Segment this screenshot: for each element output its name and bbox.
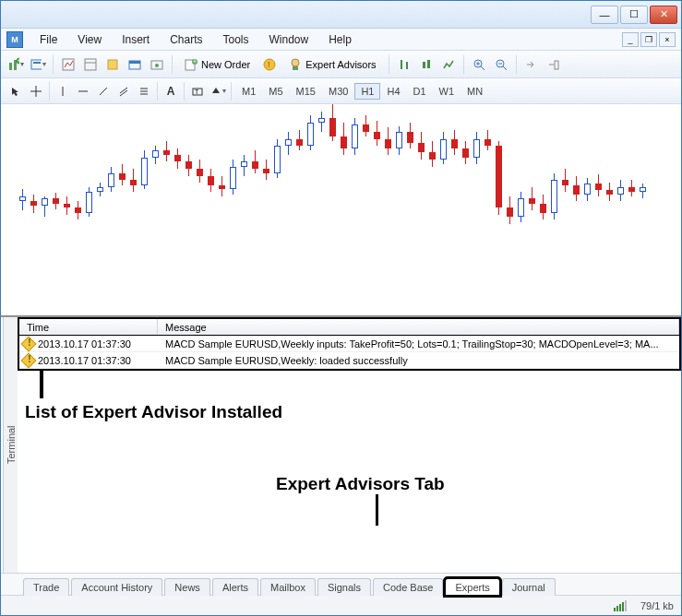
log-time: 2013.10.17 01:37:30 [38, 355, 131, 366]
tab-experts[interactable]: Experts [445, 578, 499, 596]
timeframe-d1[interactable]: D1 [407, 83, 433, 100]
timeframe-mn[interactable]: MN [461, 83, 489, 100]
market-watch-icon[interactable] [59, 55, 78, 74]
maximize-button[interactable]: ☐ [620, 6, 648, 24]
menu-view[interactable]: View [68, 31, 111, 48]
chart-shift-icon[interactable] [544, 55, 563, 74]
svg-rect-5 [33, 62, 41, 64]
menubar: M File View Insert Charts Tools Window H… [1, 29, 681, 51]
tab-alerts[interactable]: Alerts [212, 578, 258, 596]
log-time: 2013.10.17 01:37:30 [38, 338, 131, 349]
mdi-minimize-icon[interactable]: _ [622, 32, 639, 47]
text-label-icon[interactable]: T [188, 82, 207, 101]
warning-icon [21, 336, 37, 351]
app-logo-icon: M [6, 31, 23, 48]
annotation-tab-label: Expert Advisors Tab [276, 474, 445, 494]
annotation-connector [40, 371, 43, 398]
timeframe-h4[interactable]: H4 [380, 83, 406, 100]
menu-tools[interactable]: Tools [214, 31, 258, 48]
svg-rect-6 [63, 59, 74, 70]
mdi-restore-icon[interactable]: ❐ [640, 32, 657, 47]
menu-file[interactable]: File [30, 31, 66, 48]
tab-signals[interactable]: Signals [317, 578, 371, 596]
svg-rect-1 [14, 60, 17, 70]
mdi-close-icon[interactable]: × [659, 32, 676, 47]
new-order-icon: + [185, 58, 197, 71]
cursor-icon[interactable] [6, 82, 25, 101]
navigator-icon[interactable] [103, 55, 122, 74]
tab-code-base[interactable]: Code Base [373, 578, 443, 596]
timeframe-m30[interactable]: M30 [322, 83, 354, 100]
expert-advisors-label: Expert Advisors [305, 59, 376, 70]
auto-scroll-icon[interactable] [522, 55, 541, 74]
terminal-label: Terminal [3, 317, 18, 573]
svg-rect-32 [555, 61, 558, 69]
expert-advisors-button[interactable]: Expert Advisors [282, 55, 382, 74]
grid-body: 2013.10.17 01:37:30MACD Sample EURUSD,We… [18, 336, 681, 371]
toolbar-drawing: A T ▾ M1M5M15M30H1H4D1W1MN [1, 78, 681, 104]
toolbar-main: +▾ ▾ + New Order ! Expert Advisors [1, 51, 681, 78]
terminal-tabs: TradeAccount HistoryNewsAlertsMailboxSig… [1, 573, 681, 595]
annotation-tab-connector [376, 494, 378, 526]
log-row[interactable]: 2013.10.17 01:37:30MACD Sample EURUSD,We… [19, 352, 679, 369]
tab-mailbox[interactable]: Mailbox [260, 578, 316, 596]
metaquotes-icon[interactable]: ! [260, 55, 279, 74]
tab-trade[interactable]: Trade [23, 578, 69, 596]
tab-news[interactable]: News [164, 578, 210, 596]
profiles-icon[interactable]: ▾ [29, 55, 47, 74]
new-order-button[interactable]: + New Order [178, 55, 257, 74]
column-message[interactable]: Message [158, 319, 679, 335]
candle-chart-icon[interactable] [417, 55, 436, 74]
svg-rect-4 [31, 60, 42, 69]
svg-rect-9 [108, 60, 117, 69]
log-row[interactable]: 2013.10.17 01:37:30MACD Sample EURUSD,We… [19, 336, 679, 352]
horizontal-line-icon[interactable] [74, 82, 92, 101]
menu-help[interactable]: Help [319, 31, 361, 48]
connection-bars-icon [614, 600, 629, 611]
svg-rect-23 [423, 62, 425, 68]
terminal-icon[interactable] [126, 55, 144, 74]
svg-line-39 [120, 90, 127, 96]
crosshair-icon[interactable] [27, 82, 45, 101]
menu-insert[interactable]: Insert [113, 31, 159, 48]
timeframe-h1[interactable]: H1 [354, 83, 380, 100]
vertical-line-icon[interactable] [54, 82, 72, 101]
svg-point-13 [155, 64, 159, 67]
svg-rect-20 [293, 66, 298, 70]
fibonacci-icon[interactable] [135, 82, 153, 101]
tab-account-history[interactable]: Account History [71, 578, 162, 596]
text-icon[interactable]: A [162, 82, 180, 101]
bar-chart-icon[interactable] [395, 55, 413, 74]
close-button[interactable]: ✕ [650, 6, 677, 24]
warning-icon [21, 352, 37, 368]
new-chart-icon[interactable]: +▾ [6, 55, 25, 74]
zoom-in-icon[interactable] [470, 55, 488, 74]
statusbar: 79/1 kb [1, 595, 681, 615]
data-window-icon[interactable] [81, 55, 100, 74]
timeframe-m15[interactable]: M15 [290, 83, 322, 100]
menu-window[interactable]: Window [260, 31, 318, 48]
grid-header: Time Message [18, 317, 681, 336]
menu-charts[interactable]: Charts [161, 31, 211, 48]
svg-rect-24 [427, 60, 430, 68]
channel-icon[interactable] [114, 82, 133, 101]
arrows-icon[interactable]: ▾ [209, 82, 227, 101]
zoom-out-icon[interactable] [492, 55, 510, 74]
svg-point-19 [292, 59, 299, 66]
timeframe-m1[interactable]: M1 [235, 83, 262, 100]
annotation-area: List of Expert Advisor Installed Expert … [18, 371, 681, 573]
chart-area[interactable] [1, 104, 681, 316]
trendline-icon[interactable] [94, 82, 113, 101]
status-traffic: 79/1 kb [640, 600, 674, 611]
svg-rect-7 [85, 59, 96, 70]
log-message: MACD Sample EURUSD,Weekly: loaded succes… [158, 355, 679, 366]
line-chart-icon[interactable] [439, 55, 458, 74]
column-time[interactable]: Time [19, 319, 158, 335]
timeframe-w1[interactable]: W1 [433, 83, 461, 100]
svg-line-37 [100, 88, 107, 95]
tab-journal[interactable]: Journal [502, 578, 556, 596]
strategy-tester-icon[interactable] [148, 55, 166, 74]
svg-text:T: T [195, 89, 199, 95]
minimize-button[interactable]: — [591, 6, 618, 24]
timeframe-m5[interactable]: M5 [262, 83, 289, 100]
